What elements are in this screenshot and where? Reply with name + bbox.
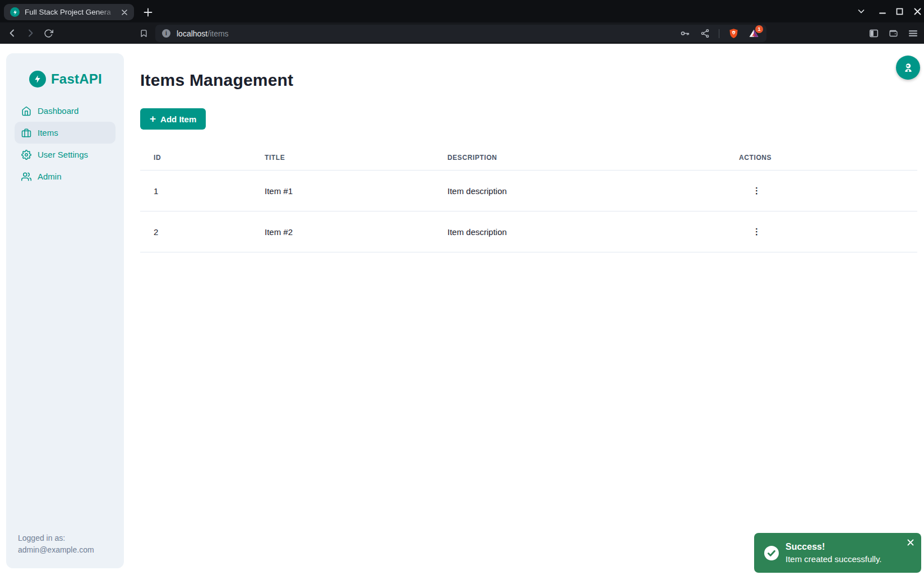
rewards-badge: 1 — [755, 25, 763, 33]
sidebar-toggle-icon[interactable] — [866, 25, 881, 41]
user-menu-avatar-button[interactable] — [896, 56, 920, 80]
tab-close-icon[interactable] — [119, 7, 130, 17]
brave-rewards-icon[interactable]: 1 — [747, 27, 760, 40]
column-header-id: ID — [140, 154, 251, 162]
url-host: localhost — [177, 29, 207, 38]
logo-text: FastAPI — [51, 71, 102, 87]
sidebar-item-label: Items — [38, 128, 58, 137]
add-item-button[interactable]: + Add Item — [140, 108, 206, 130]
column-header-title: TITLE — [251, 154, 434, 162]
sidebar-item-label: Dashboard — [38, 106, 78, 116]
toolbar-divider — [719, 29, 719, 38]
column-header-description: DESCRIPTION — [434, 154, 726, 162]
tab-title: Full Stack Project Genera — [25, 8, 119, 16]
window-close-button[interactable] — [911, 4, 924, 18]
app-page: FastAPI Dashboard Items User Settings — [0, 44, 924, 575]
table-header-row: ID TITLE DESCRIPTION ACTIONS — [140, 145, 917, 171]
logged-in-info: Logged in as: admin@example.com — [18, 532, 94, 556]
wallet-icon[interactable] — [885, 25, 901, 41]
bookmark-icon[interactable] — [136, 25, 151, 41]
tab-search-chevron-icon[interactable] — [854, 4, 868, 18]
window-minimize-button[interactable] — [876, 4, 889, 18]
cell-id: 2 — [140, 227, 251, 237]
browser-tab[interactable]: Full Stack Project Genera — [4, 4, 134, 20]
share-icon[interactable] — [699, 27, 711, 40]
new-tab-button[interactable] — [142, 6, 154, 19]
forward-icon[interactable] — [22, 25, 38, 41]
logo-bolt-icon — [29, 71, 46, 88]
sidebar-nav: Dashboard Items User Settings Admin — [6, 100, 124, 187]
success-toast: Success! Item created successfully. — [754, 533, 921, 573]
sidebar-item-dashboard[interactable]: Dashboard — [15, 100, 116, 122]
tab-favicon-bolt-icon — [10, 7, 20, 17]
sidebar-item-items[interactable]: Items — [15, 122, 116, 144]
home-icon — [21, 106, 31, 116]
gear-icon — [21, 150, 31, 160]
address-bar[interactable]: i localhost/items 1 — [155, 25, 766, 42]
browser-toolbar: i localhost/items 1 — [0, 22, 924, 44]
table-row: 2 Item #2 Item description ⋮ — [140, 211, 917, 252]
sidebar-item-label: User Settings — [38, 150, 88, 159]
check-circle-icon — [764, 546, 779, 560]
cell-title: Item #2 — [251, 227, 434, 237]
password-key-icon[interactable] — [678, 27, 691, 40]
tab-strip: Full Stack Project Genera — [0, 0, 924, 22]
url-text: localhost/items — [177, 29, 229, 38]
app-logo: FastAPI — [6, 53, 124, 88]
column-header-actions: ACTIONS — [726, 154, 917, 162]
page-title: Items Management — [140, 71, 924, 90]
sidebar-item-user-settings[interactable]: User Settings — [15, 144, 116, 165]
table-row: 1 Item #1 Item description ⋮ — [140, 171, 917, 211]
add-item-label: Add Item — [160, 114, 196, 124]
sidebar: FastAPI Dashboard Items User Settings — [6, 53, 124, 568]
user-astronaut-icon — [902, 62, 914, 74]
sidebar-item-admin[interactable]: Admin — [15, 165, 116, 187]
logged-in-label: Logged in as: — [18, 532, 94, 544]
brave-shield-icon[interactable] — [727, 27, 740, 40]
items-table: ID TITLE DESCRIPTION ACTIONS 1 Item #1 I… — [140, 145, 917, 252]
sidebar-item-label: Admin — [38, 172, 62, 181]
main-content: Items Management + Add Item ID TITLE DES… — [124, 44, 924, 575]
window-maximize-button[interactable] — [893, 4, 906, 18]
plus-icon: + — [150, 113, 156, 124]
toast-close-icon[interactable] — [905, 537, 916, 548]
browser-window: Full Stack Project Genera — [0, 0, 924, 575]
cell-description: Item description — [434, 186, 726, 196]
menu-hamburger-icon[interactable] — [905, 25, 921, 41]
logged-in-email: admin@example.com — [18, 544, 94, 556]
back-icon[interactable] — [4, 25, 20, 41]
reload-icon[interactable] — [40, 25, 56, 41]
toast-title: Success! — [786, 541, 881, 553]
users-icon — [21, 172, 31, 182]
row-actions-kebab-icon[interactable]: ⋮ — [747, 186, 766, 196]
toast-message: Item created successfully. — [786, 553, 881, 565]
cell-id: 1 — [140, 186, 251, 196]
site-info-icon[interactable]: i — [162, 29, 170, 38]
url-path: /items — [207, 29, 228, 38]
cell-title: Item #1 — [251, 186, 434, 196]
row-actions-kebab-icon[interactable]: ⋮ — [747, 227, 766, 237]
briefcase-icon — [21, 128, 31, 138]
cell-description: Item description — [434, 227, 726, 237]
